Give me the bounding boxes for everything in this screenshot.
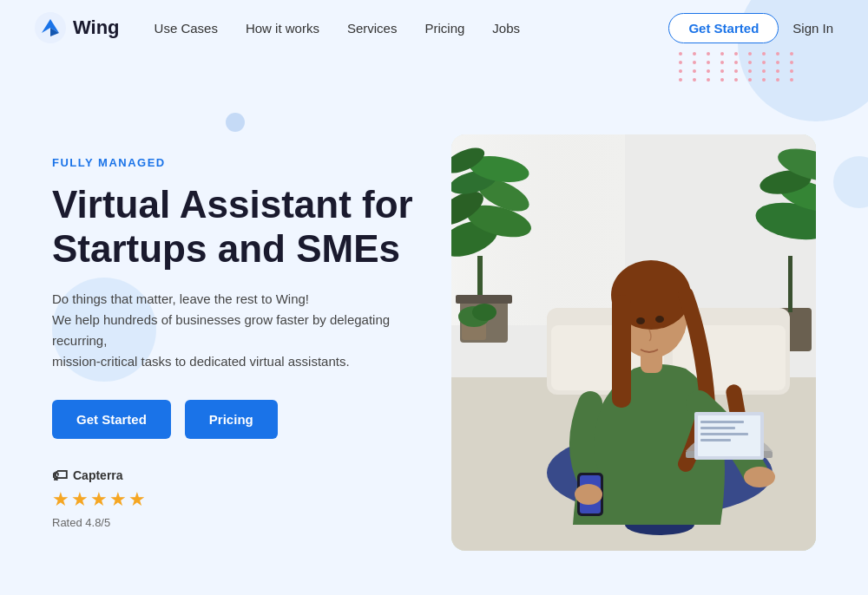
use-cases-link[interactable]: Use Cases xyxy=(155,21,218,36)
navigation: Wing Use Cases How it works Services Pri… xyxy=(0,0,868,56)
hero-title-line2: Startups and SMEs xyxy=(52,227,400,270)
hero-desc-line2: We help hundreds of businesses grow fast… xyxy=(52,312,390,348)
rating-text: Rated 4.8/5 xyxy=(52,516,417,529)
hero-get-started-button[interactable]: Get Started xyxy=(52,400,171,439)
hero-title: Virtual Assistant for Startups and SMEs xyxy=(52,183,417,271)
svg-rect-49 xyxy=(700,427,735,429)
svg-point-20 xyxy=(472,304,496,321)
star-4: ★ xyxy=(109,488,127,511)
svg-rect-22 xyxy=(788,256,792,312)
nav-get-started-button[interactable]: Get Started xyxy=(668,13,779,43)
star-3: ★ xyxy=(90,488,108,511)
logo[interactable]: Wing xyxy=(35,12,120,43)
hero-description: Do things that matter, leave the rest to… xyxy=(52,289,417,372)
wing-logo-icon xyxy=(35,12,66,43)
how-it-works-link[interactable]: How it works xyxy=(246,21,319,36)
star-2: ★ xyxy=(71,488,89,511)
svg-point-41 xyxy=(744,467,775,487)
fully-managed-label: FULLY MANAGED xyxy=(52,156,417,169)
hero-pricing-button[interactable]: Pricing xyxy=(185,400,278,439)
star-1: ★ xyxy=(52,488,69,511)
svg-rect-48 xyxy=(700,421,744,423)
hero-title-line1: Virtual Assistant for xyxy=(52,183,413,226)
jobs-link[interactable]: Jobs xyxy=(492,21,520,36)
star-5: ★ xyxy=(128,488,146,511)
capterra-logo: 🏷 Capterra xyxy=(52,467,417,485)
pricing-nav-link[interactable]: Pricing xyxy=(424,21,464,36)
capterra-section: 🏷 Capterra ★ ★ ★ ★ ★ Rated 4.8/5 xyxy=(52,467,417,529)
hero-desc-line3: mission-critical tasks to dedicated virt… xyxy=(52,354,350,369)
logo-text: Wing xyxy=(73,16,120,39)
svg-point-39 xyxy=(636,317,645,324)
svg-rect-50 xyxy=(700,433,748,435)
hero-scene-svg xyxy=(451,134,816,551)
svg-point-40 xyxy=(655,316,664,323)
star-rating: ★ ★ ★ ★ ★ xyxy=(52,488,417,511)
nav-links: Use Cases How it works Services Pricing … xyxy=(155,21,669,36)
hero-desc-line1: Do things that matter, leave the rest to… xyxy=(52,291,309,306)
svg-rect-17 xyxy=(456,295,512,304)
svg-point-44 xyxy=(575,484,602,505)
svg-rect-37 xyxy=(612,295,631,408)
capterra-icon: 🏷 xyxy=(52,467,68,485)
hero-section: FULLY MANAGED Virtual Assistant for Star… xyxy=(0,56,868,595)
nav-sign-in-button[interactable]: Sign In xyxy=(792,21,833,36)
nav-actions: Get Started Sign In xyxy=(668,13,833,43)
services-link[interactable]: Services xyxy=(347,21,398,36)
hero-content: FULLY MANAGED Virtual Assistant for Star… xyxy=(52,156,451,528)
hero-buttons: Get Started Pricing xyxy=(52,400,417,439)
hero-image-container xyxy=(451,134,816,551)
capterra-name: Capterra xyxy=(73,468,123,482)
svg-rect-51 xyxy=(700,439,731,441)
